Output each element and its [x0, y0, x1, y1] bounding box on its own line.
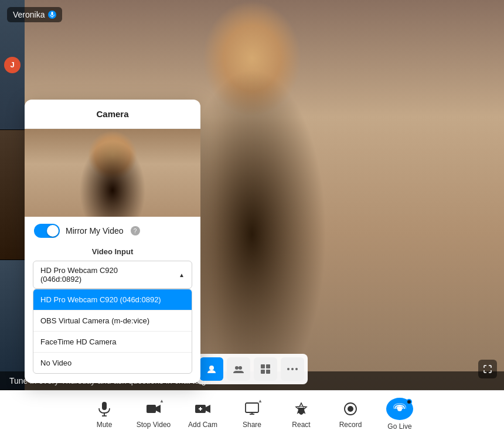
camera-option-0[interactable]: HD Pro Webcam C920 (046d:0892) [33, 289, 192, 310]
share-label: Share [243, 421, 261, 429]
svg-point-23 [348, 406, 353, 412]
svg-point-2 [209, 366, 214, 370]
live-dot [406, 399, 412, 405]
svg-rect-19 [246, 403, 258, 412]
mute-button[interactable]: Mute [81, 394, 128, 434]
thumbnail-2[interactable] [0, 130, 25, 260]
stop-video-icon: ▲ [144, 400, 163, 418]
record-label: Record [339, 421, 362, 429]
participant-initial: J [4, 57, 21, 73]
camera-dropdown-list: HD Pro Webcam C920 (046d:0892) OBS Virtu… [33, 289, 192, 374]
react-label: React [292, 421, 310, 429]
stop-video-arrow: ▲ [159, 398, 164, 404]
grid-view-button[interactable] [254, 357, 277, 381]
camera-popup-title: Camera [25, 100, 200, 129]
selected-device-text: HD Pro Webcam C920(046d:0892) [40, 266, 118, 284]
svg-point-3 [235, 366, 239, 370]
mirror-toggle-row: Mirror My Video ? [25, 217, 200, 245]
svg-point-4 [239, 366, 242, 370]
record-button[interactable]: Record [327, 394, 374, 434]
add-cam-button[interactable]: Add Cam [179, 394, 226, 434]
more-view-button[interactable] [281, 357, 304, 381]
svg-rect-0 [52, 12, 53, 15]
share-arrow: ▲ [258, 398, 263, 404]
mic-status-icon [48, 11, 56, 19]
participant-name-badge: Veronika [7, 7, 62, 22]
participant-name: Veronika [13, 10, 45, 19]
mirror-label: Mirror My Video [66, 226, 124, 235]
camera-select[interactable]: HD Pro Webcam C920(046d:0892) ▲ [33, 261, 192, 289]
go-live-button[interactable]: Go Live [376, 394, 423, 434]
single-view-button[interactable] [200, 357, 223, 381]
mirror-help-icon[interactable]: ? [131, 226, 140, 235]
record-icon [341, 400, 360, 418]
popup-bottom-spacer [25, 374, 200, 383]
go-live-icon [386, 398, 413, 420]
svg-point-11 [295, 368, 298, 370]
stop-video-button[interactable]: ▲ Stop Video [130, 394, 177, 434]
mute-icon [95, 400, 114, 418]
svg-rect-12 [102, 402, 107, 410]
add-cam-label: Add Cam [188, 421, 217, 429]
svg-point-9 [287, 368, 290, 370]
toolbar: Mute ▲ Stop Video Add Cam [0, 390, 504, 437]
mirror-toggle[interactable] [34, 224, 60, 238]
svg-point-10 [291, 368, 294, 370]
react-icon [292, 400, 311, 418]
add-cam-icon [193, 400, 212, 418]
camera-option-3[interactable]: No Video [33, 352, 192, 373]
view-buttons-row [196, 354, 308, 384]
fullscreen-button[interactable] [478, 360, 497, 378]
select-arrow: ▲ [179, 272, 185, 278]
react-button[interactable]: React [278, 394, 325, 434]
dual-view-button[interactable] [227, 357, 250, 381]
thumbnail-3[interactable] [0, 260, 25, 390]
svg-rect-6 [266, 364, 270, 368]
camera-option-1[interactable]: OBS Virtual Camera (m-de:vice) [33, 310, 192, 331]
share-icon: ▲ [243, 400, 261, 418]
svg-rect-5 [261, 364, 265, 368]
svg-rect-7 [261, 370, 265, 374]
mute-label: Mute [97, 421, 113, 429]
camera-option-2[interactable]: FaceTime HD Camera [33, 331, 192, 352]
svg-rect-8 [266, 370, 270, 374]
share-button[interactable]: ▲ Share [229, 394, 275, 434]
go-live-label: Go Live [387, 422, 411, 431]
camera-preview-video [25, 129, 200, 217]
camera-preview [25, 129, 200, 217]
svg-rect-15 [147, 405, 156, 413]
stop-video-label: Stop Video [137, 421, 171, 429]
camera-popup: Camera Mirror My Video ? Video Input HD … [25, 100, 200, 383]
side-panel: J [0, 0, 25, 390]
video-input-label: Video Input [25, 245, 200, 261]
